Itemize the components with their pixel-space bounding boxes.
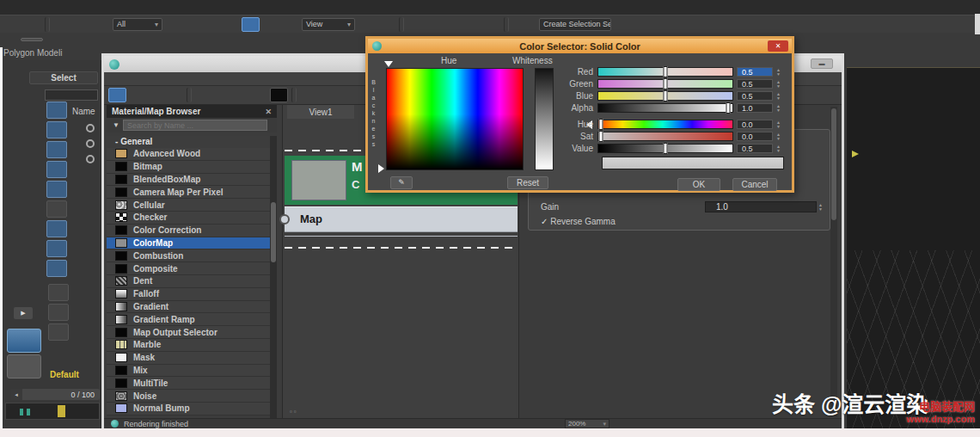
undo-icon[interactable] (4, 17, 22, 32)
display-shapes-icon[interactable] (46, 121, 67, 138)
material-list-item[interactable]: Cellular (107, 199, 270, 212)
slider-value-field[interactable]: 0.5 (737, 91, 773, 101)
display-cameras-icon[interactable] (46, 161, 67, 178)
material-list-item[interactable]: Dent (107, 275, 270, 288)
slider-value-field[interactable]: 1.0 (737, 103, 773, 113)
window-crossing-icon[interactable] (223, 17, 241, 32)
display-geometry-icon[interactable] (46, 102, 67, 119)
time-slider-thumb[interactable] (58, 405, 65, 417)
material-list-item[interactable]: MultiTile (107, 377, 270, 390)
slider-handle[interactable] (664, 90, 668, 102)
use-pivot-center-icon[interactable] (358, 17, 377, 32)
redo-icon[interactable] (23, 17, 41, 32)
lock-icon[interactable] (48, 284, 69, 301)
play-button[interactable]: ▶ (14, 307, 33, 319)
snaps-toggle-icon[interactable] (407, 17, 425, 32)
display-groups-icon[interactable] (46, 220, 67, 237)
close-button[interactable]: ✕ (768, 40, 788, 52)
node-socket-icon[interactable] (279, 214, 290, 225)
material-list-item[interactable]: Bitmap (107, 161, 270, 174)
material-list-item[interactable]: Checker (107, 212, 270, 225)
slider-handle[interactable] (664, 143, 668, 154)
box-mode-icon[interactable] (48, 304, 69, 321)
scene-item-dot[interactable] (86, 124, 95, 132)
reference-coordinate-dropdown[interactable]: View (302, 18, 355, 31)
slider-value-field[interactable]: 0.0 (737, 132, 773, 141)
display-lights-icon[interactable] (46, 141, 67, 158)
hue-blackness-field[interactable] (386, 68, 524, 170)
render-preview-icon[interactable] (299, 88, 317, 102)
slider-track[interactable] (597, 91, 733, 101)
color-selector-dialog[interactable]: Color Selector: Solid Color ✕ Hue Whiten… (365, 36, 794, 193)
material-list-item[interactable]: Composite (107, 262, 270, 275)
slider-handle[interactable] (599, 131, 603, 142)
explorer-name-column-header[interactable]: Name (72, 107, 95, 116)
spinner-icon[interactable]: ▲▼ (775, 103, 782, 113)
edit-named-selection-icon[interactable] (517, 17, 535, 32)
material-list-item[interactable]: Noise (107, 390, 270, 403)
reset-button[interactable]: Reset (507, 176, 548, 189)
slider-handle[interactable] (664, 78, 668, 89)
slider-track[interactable] (597, 144, 733, 153)
spinner-icon[interactable]: ▲▼ (775, 79, 782, 89)
unlink-icon[interactable] (71, 17, 89, 32)
scrollbar-thumb[interactable] (831, 108, 836, 220)
slider-value-field[interactable]: 0.5 (737, 67, 773, 77)
reverse-gamma-checkbox[interactable]: Reverse Gamma (541, 217, 616, 226)
display-spacewarps-icon[interactable] (46, 200, 67, 218)
track-bar[interactable] (5, 403, 100, 420)
spinner-icon[interactable]: ▲▼ (775, 67, 782, 77)
chevron-down-icon[interactable]: ▼ (107, 121, 123, 129)
ribbon-tab[interactable] (101, 39, 122, 40)
display-helpers-icon[interactable] (46, 181, 67, 198)
ribbon-tab[interactable] (62, 39, 83, 40)
slider-handle[interactable] (726, 102, 731, 114)
material-list-item[interactable]: Camera Map Per Pixel (107, 186, 270, 199)
spinner-icon[interactable]: ▲▼ (775, 132, 782, 141)
ribbon-panel-label[interactable]: Polygon Modeli (3, 48, 62, 58)
background-swatch[interactable] (270, 88, 288, 102)
scale-icon[interactable] (279, 17, 297, 32)
slider-handle[interactable] (599, 119, 603, 130)
toolbar-icon[interactable] (504, 17, 509, 32)
named-selection-set-dropdown[interactable]: Create Selection Se (539, 18, 611, 31)
bind-to-space-warp-icon[interactable] (90, 17, 108, 32)
slider-value-field[interactable]: 0.0 (737, 120, 773, 129)
material-list-item[interactable]: BlendedBoxMap (107, 174, 270, 187)
material-list-item[interactable]: Falloff (107, 288, 270, 301)
material-list-item[interactable]: Normal Bump (107, 403, 270, 415)
color-picker-button[interactable]: ✎ (390, 176, 413, 189)
ribbon-tab[interactable] (141, 39, 162, 40)
material-list-item[interactable]: Combustion (107, 249, 270, 262)
selection-filter-dropdown[interactable]: All (113, 18, 162, 31)
slider-value-field[interactable]: 0.5 (737, 79, 773, 89)
material-list-item[interactable]: Marble (107, 339, 270, 352)
scene-item-dot[interactable] (86, 139, 95, 148)
spinner-icon[interactable]: ▲▼ (775, 120, 782, 129)
blackness-marker-icon[interactable] (378, 164, 384, 173)
gain-value-field[interactable]: 1.0 (705, 201, 817, 212)
cancel-button[interactable]: Cancel (732, 178, 777, 191)
slider-track[interactable] (597, 120, 733, 129)
material-list-item[interactable]: Color Correction (107, 225, 270, 237)
slider-track[interactable] (597, 103, 733, 113)
spinner-icon[interactable]: ▲▼ (775, 91, 782, 101)
material-list-item[interactable]: Mask (107, 352, 270, 365)
material-list-item[interactable]: Map Output Selector (107, 326, 270, 339)
explorer-search-field[interactable] (45, 89, 98, 101)
hue-marker-icon[interactable] (384, 61, 393, 67)
toolbar-icon[interactable] (399, 17, 404, 32)
preview-icon[interactable] (165, 88, 183, 102)
map-slot[interactable]: Map (285, 206, 518, 232)
percent-snap-icon[interactable] (463, 17, 481, 32)
scrollbar-thumb[interactable] (271, 202, 276, 262)
search-input[interactable] (123, 120, 267, 131)
list-group-header[interactable]: - General (107, 136, 270, 148)
editor-toolbar-icon[interactable] (187, 88, 192, 102)
frame-counter[interactable]: ◂ 0 / 100 (10, 389, 100, 400)
browser-scrollbar[interactable] (270, 136, 277, 418)
select-object-icon[interactable] (166, 17, 184, 32)
spinner-icon[interactable]: ▲▼ (775, 144, 782, 153)
display-bones-icon[interactable] (46, 260, 67, 277)
spinner-icon[interactable]: ▲▼ (817, 201, 824, 212)
